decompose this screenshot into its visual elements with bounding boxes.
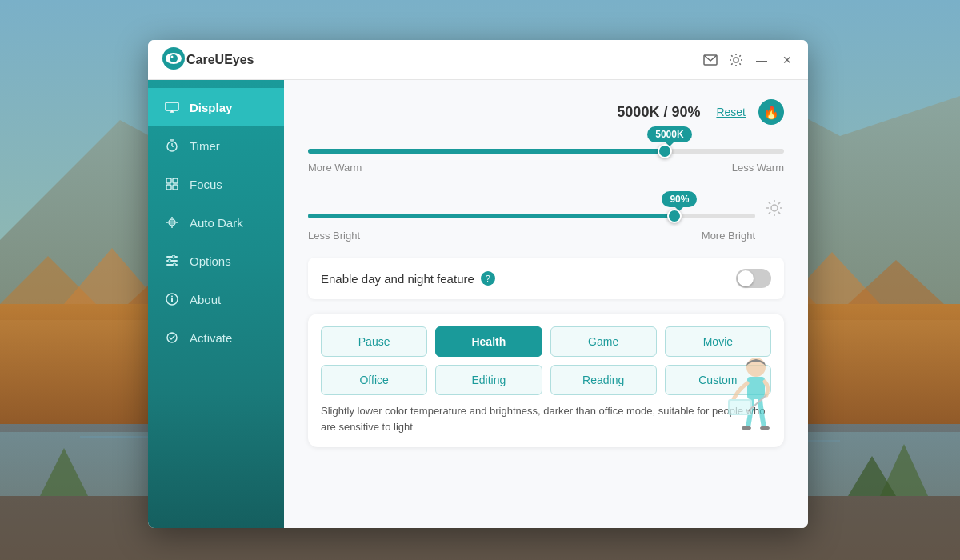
temperature-slider-section: 5000K More Warm Less Warm bbox=[308, 149, 784, 174]
brightness-thumb[interactable] bbox=[667, 209, 682, 223]
sidebar-item-auto-dark[interactable]: Auto Dark bbox=[148, 203, 284, 242]
sidebar-auto-dark-label: Auto Dark bbox=[190, 216, 243, 230]
display-icon bbox=[164, 99, 180, 115]
preset-pause[interactable]: Pause bbox=[321, 326, 427, 357]
brightness-track[interactable] bbox=[308, 214, 755, 218]
sidebar-item-activate[interactable]: Activate bbox=[148, 318, 284, 357]
svg-line-60 bbox=[769, 202, 770, 204]
sidebar-item-about[interactable]: About bbox=[148, 280, 284, 318]
svg-rect-65 bbox=[747, 377, 765, 399]
svg-line-61 bbox=[778, 212, 780, 214]
app-window: CareUEyes — ✕ bbox=[148, 40, 808, 528]
day-night-label: Enable day and night feature bbox=[321, 272, 474, 286]
focus-icon bbox=[164, 176, 180, 192]
sidebar-display-label: Display bbox=[190, 101, 232, 114]
svg-rect-49 bbox=[168, 259, 171, 262]
sidebar-about-label: About bbox=[190, 293, 221, 306]
options-icon bbox=[164, 253, 180, 269]
feature-label: Enable day and night feature ? bbox=[321, 271, 495, 286]
reset-link[interactable]: Reset bbox=[716, 106, 746, 118]
more-bright-label: More Bright bbox=[702, 230, 755, 242]
svg-point-27 bbox=[734, 58, 738, 62]
svg-point-55 bbox=[771, 205, 778, 211]
brightness-slider-section: 90% bbox=[308, 190, 784, 242]
svg-rect-35 bbox=[166, 178, 171, 183]
sidebar-item-focus[interactable]: Focus bbox=[148, 165, 284, 203]
svg-line-63 bbox=[769, 212, 770, 214]
brightness-fill bbox=[308, 214, 674, 218]
close-button[interactable]: ✕ bbox=[779, 52, 795, 68]
sidebar-item-options[interactable]: Options bbox=[148, 242, 284, 280]
temperature-fill bbox=[308, 149, 665, 154]
presets-grid: Pause Health Game Movie Office Editing R… bbox=[321, 326, 771, 395]
brightness-labels: Less Bright More Bright bbox=[308, 230, 784, 242]
svg-rect-36 bbox=[173, 178, 178, 183]
svg-rect-38 bbox=[173, 185, 178, 190]
character-illustration bbox=[712, 351, 776, 439]
brightness-tooltip: 90% bbox=[662, 191, 697, 207]
preset-editing[interactable]: Editing bbox=[435, 365, 542, 395]
stat-value: 5000K / 90% bbox=[617, 104, 700, 121]
svg-point-25 bbox=[171, 55, 174, 58]
temperature-thumb[interactable] bbox=[658, 144, 672, 158]
sidebar-focus-label: Focus bbox=[190, 178, 222, 191]
app-logo bbox=[161, 46, 186, 74]
flame-icon: 🔥 bbox=[758, 99, 784, 125]
mail-icon[interactable] bbox=[702, 52, 718, 68]
less-warm-label: Less Warm bbox=[732, 162, 784, 174]
sun-icon bbox=[765, 198, 784, 218]
sidebar: Display Timer bbox=[148, 80, 284, 528]
brightness-slider-container: 90% bbox=[308, 214, 755, 218]
svg-rect-28 bbox=[166, 102, 178, 110]
svg-rect-50 bbox=[173, 263, 176, 266]
window-controls: — ✕ bbox=[702, 52, 795, 68]
title-bar: CareUEyes — ✕ bbox=[148, 40, 808, 80]
about-icon bbox=[164, 291, 180, 307]
day-night-feature-row: Enable day and night feature ? bbox=[308, 258, 784, 299]
header-stats: 5000K / 90% Reset 🔥 bbox=[308, 99, 784, 125]
preset-game[interactable]: Game bbox=[550, 326, 657, 357]
temperature-tooltip: 5000K bbox=[647, 126, 691, 142]
timer-icon bbox=[164, 138, 180, 154]
svg-rect-69 bbox=[730, 401, 750, 414]
presets-section: Pause Health Game Movie Office Editing R… bbox=[308, 314, 784, 447]
main-layout: Display Timer bbox=[148, 80, 808, 528]
temperature-labels: More Warm Less Warm bbox=[308, 162, 784, 174]
preset-health[interactable]: Health bbox=[435, 326, 542, 357]
settings-icon[interactable] bbox=[728, 52, 744, 68]
sidebar-item-timer[interactable]: Timer bbox=[148, 126, 284, 165]
svg-rect-48 bbox=[172, 255, 175, 258]
day-night-toggle[interactable] bbox=[736, 269, 771, 288]
activate-icon bbox=[164, 330, 180, 346]
minimize-button[interactable]: — bbox=[754, 52, 770, 68]
sidebar-activate-label: Activate bbox=[190, 331, 232, 345]
preset-office[interactable]: Office bbox=[321, 365, 427, 395]
more-warm-label: More Warm bbox=[308, 162, 362, 174]
svg-line-62 bbox=[778, 202, 780, 204]
svg-point-67 bbox=[760, 426, 770, 430]
help-icon[interactable]: ? bbox=[481, 271, 495, 286]
svg-point-44 bbox=[170, 220, 174, 225]
content-area: 5000K / 90% Reset 🔥 5000K More Warm Less… bbox=[284, 80, 808, 528]
preset-description: Slightly lower color temperature and bri… bbox=[321, 403, 771, 434]
svg-point-53 bbox=[171, 296, 173, 298]
svg-point-24 bbox=[170, 54, 178, 62]
temperature-slider-container: 5000K bbox=[308, 149, 784, 154]
auto-dark-icon bbox=[164, 214, 180, 230]
sidebar-item-display[interactable]: Display bbox=[148, 88, 284, 126]
preset-reading[interactable]: Reading bbox=[550, 365, 657, 395]
sidebar-options-label: Options bbox=[190, 254, 231, 268]
less-bright-label: Less Bright bbox=[308, 230, 360, 242]
svg-point-66 bbox=[742, 426, 751, 430]
brightness-slider-row: 90% bbox=[308, 190, 784, 226]
sidebar-timer-label: Timer bbox=[190, 139, 220, 153]
svg-rect-37 bbox=[166, 185, 171, 190]
app-title: CareUEyes bbox=[186, 53, 702, 67]
toggle-knob bbox=[738, 270, 754, 286]
temperature-track[interactable] bbox=[308, 149, 784, 154]
